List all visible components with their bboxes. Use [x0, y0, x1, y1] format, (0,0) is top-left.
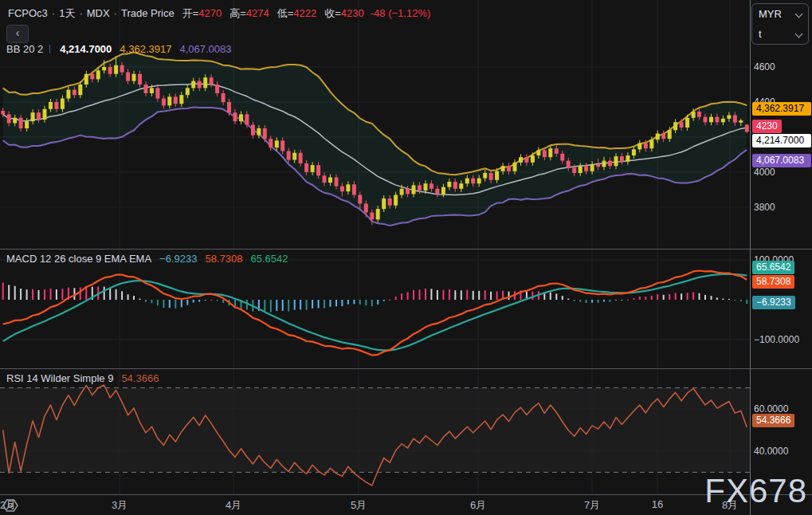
- rsi-title[interactable]: RSI 14 Wilder Simple 9: [6, 372, 113, 384]
- price-label: 4000: [754, 166, 775, 179]
- low-value: 4222: [293, 7, 316, 19]
- series-type-label: Trade Price: [121, 7, 175, 19]
- bb-lower-value: 4,067.0083: [179, 43, 231, 55]
- open-label: 开=: [182, 7, 199, 19]
- chevron-down-icon: [795, 30, 803, 38]
- macd-pane[interactable]: [0, 249, 750, 368]
- time-axis[interactable]: 2月3月4月5月6月7月168月: [0, 494, 812, 515]
- price-label: 3800: [754, 201, 775, 214]
- close-label: 收=: [324, 7, 341, 19]
- watermark: FX678: [704, 472, 807, 510]
- bb-upper-value: 4,362.3917: [120, 43, 171, 55]
- price-label: 40.0000: [754, 445, 788, 458]
- pane-separator[interactable]: [0, 249, 812, 250]
- macd-hist-value: −6.9233: [159, 253, 197, 265]
- unit-dropdown[interactable]: t: [752, 24, 808, 44]
- unit-currency-panel: MYR t: [751, 3, 809, 45]
- symbol-legend[interactable]: FCPOc3·1天·MDX·Trade Price开=4270高=4274低=4…: [8, 6, 430, 21]
- chevron-left-icon: ‹: [16, 26, 20, 39]
- price-badge: 4,362.3917: [752, 102, 811, 116]
- macd-title[interactable]: MACD 12 26 close 9 EMA EMA: [6, 253, 151, 265]
- rsi-legend[interactable]: RSI 14 Wilder Simple 954.3666: [6, 372, 159, 384]
- interval-label[interactable]: 1天: [59, 7, 75, 19]
- close-value: 4230: [341, 7, 364, 19]
- rsi-pane[interactable]: [0, 368, 750, 494]
- time-tick-label: 6月: [470, 498, 486, 513]
- high-label: 高=: [229, 7, 246, 19]
- chart-window: 46004400400038004,362.391742304,214.7000…: [0, 0, 812, 515]
- pane-separator: [0, 494, 812, 495]
- time-tick-label: 4月: [226, 498, 241, 513]
- time-tick-label: 5月: [351, 498, 367, 513]
- price-badge: 58.7308: [752, 275, 794, 289]
- high-value: 4274: [246, 7, 269, 19]
- open-value: 4270: [198, 7, 222, 19]
- change-value: -48 (−1.12%): [371, 7, 431, 19]
- price-badge: 54.3666: [752, 414, 794, 427]
- price-badge: −6.9233: [752, 296, 795, 309]
- price-axis[interactable]: 46004400400038004,362.391742304,214.7000…: [750, 0, 812, 515]
- legend-divider: [49, 45, 50, 53]
- price-badge: 4,067.0083: [752, 154, 811, 167]
- price-label: −100.0000: [754, 333, 799, 346]
- hexagon-settings-icon[interactable]: [0, 498, 21, 513]
- separator-dot: ·: [114, 7, 117, 19]
- price-label: 4600: [754, 61, 775, 73]
- currency-value: MYR: [759, 8, 782, 20]
- low-label: 低=: [277, 7, 294, 19]
- macd-line-value: 58.7308: [205, 253, 242, 265]
- back-button[interactable]: ‹: [6, 25, 29, 43]
- macd-legend[interactable]: MACD 12 26 close 9 EMA EMA−6.923358.7308…: [6, 253, 288, 265]
- main-price-pane[interactable]: [0, 0, 750, 249]
- bb-title[interactable]: BB 20 2: [6, 43, 43, 55]
- time-tick-label: 16: [652, 498, 663, 510]
- separator-dot: ·: [79, 7, 82, 19]
- separator-dot: ·: [52, 7, 55, 19]
- time-tick-label: 7月: [584, 498, 600, 513]
- price-badge: 65.6542: [752, 261, 794, 274]
- bb-legend[interactable]: BB 20 24,214.70004,362.39174,067.0083: [6, 43, 232, 55]
- chevron-down-icon: [795, 10, 803, 18]
- price-badge: 4,214.7000: [752, 134, 811, 147]
- symbol-name[interactable]: FCPOc3: [8, 7, 48, 19]
- rsi-value: 54.3666: [121, 372, 159, 384]
- macd-signal-value: 65.6542: [250, 253, 288, 265]
- bb-basis-value: 4,214.7000: [60, 43, 112, 55]
- exchange-label: MDX: [87, 7, 110, 19]
- price-badge: 4230: [752, 120, 782, 133]
- time-tick-label: 3月: [112, 498, 127, 513]
- pane-separator[interactable]: [0, 368, 812, 369]
- currency-dropdown[interactable]: MYR: [752, 4, 808, 24]
- unit-value: t: [759, 28, 762, 40]
